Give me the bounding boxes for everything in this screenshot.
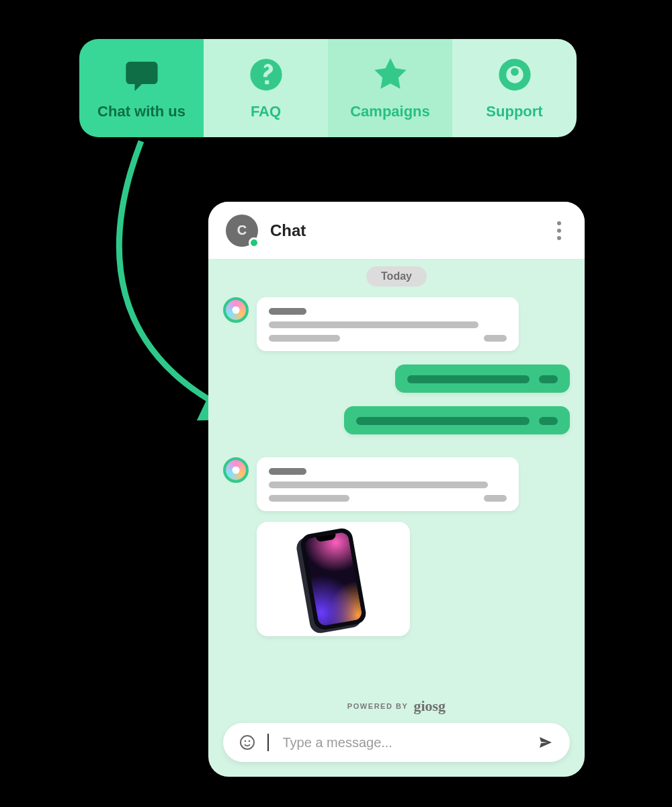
- chat-bubble-icon: [123, 56, 161, 93]
- powered-label: POWERED BY: [347, 702, 409, 710]
- svg-point-6: [249, 740, 251, 742]
- agent-avatar: [223, 297, 249, 323]
- svg-point-4: [241, 736, 254, 749]
- msg-timestamp-placeholder: [484, 495, 507, 502]
- chat-body: Today: [208, 260, 585, 777]
- tab-label: FAQ: [251, 103, 281, 120]
- msg-placeholder: [269, 321, 478, 328]
- svg-point-5: [245, 740, 247, 742]
- powered-by: POWERED BY giosg: [347, 697, 446, 715]
- chat-title: Chat: [270, 221, 539, 240]
- tab-support[interactable]: Support: [452, 39, 577, 137]
- agent-message: [223, 297, 570, 351]
- msg-placeholder: [269, 495, 349, 502]
- star-icon: [372, 56, 409, 93]
- date-separator: Today: [366, 266, 427, 286]
- question-circle-icon: [247, 56, 285, 93]
- tab-label: Campaigns: [350, 103, 430, 120]
- avatar-letter: C: [237, 223, 247, 238]
- msg-placeholder: [407, 375, 530, 383]
- target-circle-icon: [496, 56, 534, 93]
- tab-label: Chat with us: [97, 103, 185, 120]
- powered-brand: giosg: [413, 697, 446, 715]
- message-bubble: [257, 297, 519, 351]
- tab-faq[interactable]: FAQ: [204, 39, 328, 137]
- chat-panel: C Chat Today: [208, 202, 585, 777]
- header-avatar[interactable]: C: [226, 215, 258, 247]
- top-tabbar: Chat with us FAQ Campaigns Support: [79, 39, 577, 137]
- svg-point-3: [511, 68, 519, 76]
- msg-placeholder: [269, 335, 340, 342]
- tab-label: Support: [486, 103, 542, 120]
- msg-timestamp-placeholder: [484, 335, 507, 342]
- text-caret: [267, 734, 269, 751]
- msg-placeholder: [356, 417, 530, 425]
- agent-avatar: [223, 457, 249, 483]
- user-message: [223, 406, 570, 434]
- attachment-card[interactable]: [257, 522, 410, 636]
- chat-header: C Chat: [208, 202, 585, 260]
- agent-message: [223, 457, 570, 511]
- msg-placeholder: [269, 308, 306, 315]
- emoji-button[interactable]: [238, 733, 257, 752]
- user-message: [223, 364, 570, 393]
- phone-product-image: [299, 527, 368, 631]
- tab-chat-with-us[interactable]: Chat with us: [79, 39, 204, 137]
- online-status-dot: [249, 237, 259, 248]
- send-button[interactable]: [536, 733, 555, 752]
- message-bubble: [257, 457, 519, 511]
- message-composer: [223, 723, 570, 762]
- msg-placeholder: [269, 482, 488, 488]
- more-menu-button[interactable]: [551, 218, 567, 243]
- tab-campaigns[interactable]: Campaigns: [328, 39, 452, 137]
- msg-timestamp-placeholder: [539, 375, 558, 383]
- msg-timestamp-placeholder: [539, 417, 558, 425]
- message-input[interactable]: [282, 734, 526, 751]
- msg-placeholder: [269, 468, 306, 475]
